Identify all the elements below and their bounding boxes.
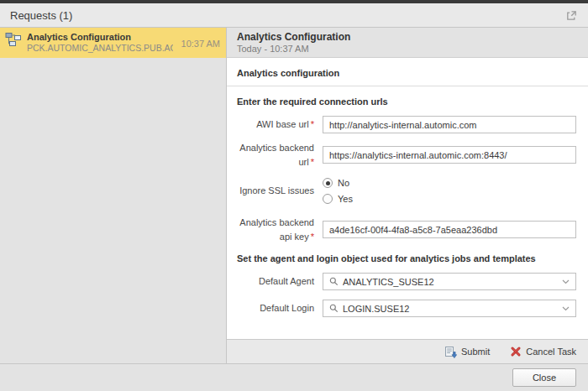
backend-url-row: Analytics backend url*	[237, 141, 576, 169]
agent-group-heading: Set the agent and login object used for …	[237, 253, 576, 263]
required-marker: *	[311, 232, 314, 242]
ignore-ssl-row: Ignore SSL issues No Yes	[237, 176, 576, 206]
radio-unselected-icon	[323, 194, 333, 204]
api-key-label: Analytics backend api key*	[237, 216, 314, 243]
cancel-x-icon	[510, 346, 522, 357]
request-item-object-name: PCK.AUTOMIC_ANALYTICS.PUB.ACTION...	[27, 43, 173, 53]
backend-url-label: Analytics backend url*	[237, 141, 314, 169]
chevron-down-icon	[562, 306, 570, 311]
open-in-new-window-icon[interactable]	[565, 9, 578, 22]
radio-selected-icon	[323, 178, 333, 188]
required-marker: *	[311, 119, 314, 129]
form-toolbar: Submit Cancel Task	[227, 339, 588, 363]
dialog-title: Requests (1)	[10, 9, 72, 22]
ignore-ssl-no-label: No	[338, 178, 349, 188]
default-login-label: Default Login	[237, 301, 314, 315]
backend-url-input[interactable]	[323, 146, 576, 164]
search-icon	[329, 277, 339, 286]
requests-dialog: Requests (1)	[0, 0, 588, 391]
default-agent-combobox[interactable]: ANALYTICS_SUSE12	[323, 273, 576, 290]
detail-header: Analytics Configuration Today - 10:37 AM	[227, 28, 588, 58]
request-item-time: 10:37 AM	[181, 39, 220, 49]
request-item-title: Analytics Configuration	[27, 32, 173, 42]
dialog-footer: Close	[0, 363, 588, 391]
awi-base-url-input[interactable]	[323, 116, 576, 133]
request-list-panel: Analytics Configuration PCK.AUTOMIC_ANAL…	[0, 28, 227, 363]
request-item-text: Analytics Configuration PCK.AUTOMIC_ANAL…	[27, 32, 173, 53]
awi-base-url-label: AWI base url*	[237, 117, 314, 132]
submit-button[interactable]: Submit	[444, 346, 490, 358]
default-agent-label: Default Agent	[237, 274, 314, 289]
ignore-ssl-no-radio[interactable]: No	[323, 178, 576, 188]
detail-title: Analytics Configuration	[237, 31, 578, 43]
submit-button-label: Submit	[461, 347, 490, 357]
chevron-down-icon	[562, 279, 570, 284]
default-login-combobox[interactable]: LOGIN.SUSE12	[323, 300, 576, 317]
default-agent-value: ANALYTICS_SUSE12	[343, 277, 558, 287]
detail-timestamp: Today - 10:37 AM	[237, 44, 578, 54]
default-agent-row: Default Agent ANALYTICS_SUSE12	[237, 273, 576, 290]
awi-base-url-row: AWI base url*	[237, 116, 576, 133]
submit-document-icon	[444, 346, 457, 358]
dialog-titlebar: Requests (1)	[0, 3, 588, 28]
search-icon	[329, 304, 339, 313]
request-form: Analytics configuration Enter the requir…	[227, 58, 588, 339]
workflow-object-icon	[5, 32, 22, 51]
api-key-input[interactable]	[323, 221, 576, 238]
ignore-ssl-label: Ignore SSL issues	[237, 184, 314, 198]
form-section-title: Analytics configuration	[227, 58, 588, 86]
request-list-item-analytics-configuration[interactable]: Analytics Configuration PCK.AUTOMIC_ANAL…	[0, 28, 226, 58]
ignore-ssl-yes-label: Yes	[338, 194, 353, 204]
dialog-body: Analytics Configuration PCK.AUTOMIC_ANAL…	[0, 28, 588, 363]
required-marker: *	[311, 157, 314, 167]
cancel-task-button-label: Cancel Task	[526, 347, 576, 357]
ignore-ssl-radio-group: No Yes	[323, 176, 576, 206]
ignore-ssl-yes-radio[interactable]: Yes	[323, 194, 576, 204]
default-login-value: LOGIN.SUSE12	[343, 304, 558, 314]
cancel-task-button[interactable]: Cancel Task	[510, 346, 576, 357]
api-key-row: Analytics backend api key*	[237, 216, 576, 243]
connection-group-heading: Enter the required connection urls	[237, 96, 576, 107]
form-body: Enter the required connection urls AWI b…	[227, 86, 588, 333]
close-button[interactable]: Close	[512, 368, 576, 387]
default-login-row: Default Login LOGIN.SUSE12	[237, 300, 576, 317]
request-detail-panel: Analytics Configuration Today - 10:37 AM…	[227, 28, 588, 363]
